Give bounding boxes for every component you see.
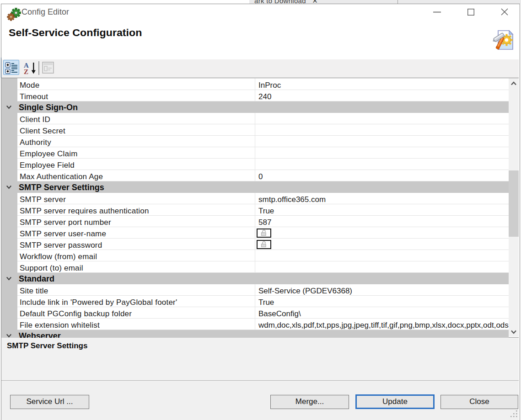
- svg-text:Z: Z: [24, 68, 28, 75]
